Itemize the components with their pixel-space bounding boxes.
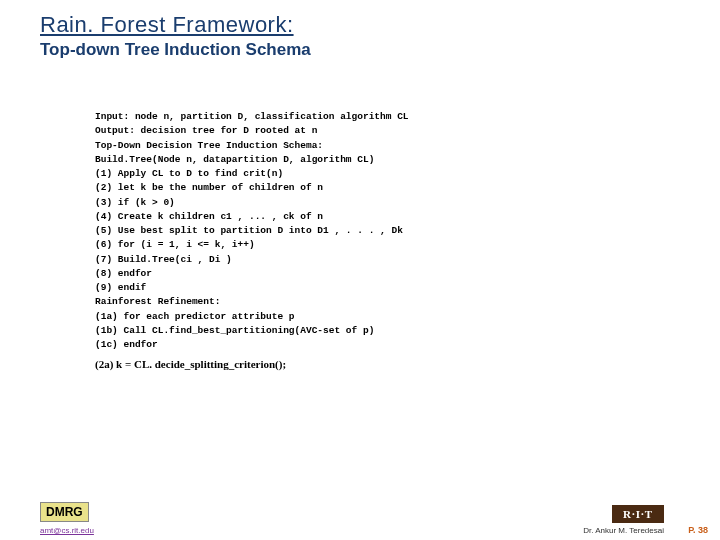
footer: DMRG amt@cs.rit.edu R·I·T Dr. Ankur M. T…	[0, 502, 720, 540]
code-footer-line: (2a) k = CL. decide_splitting_criterion(…	[95, 358, 720, 370]
code-line: (1c) endfor	[95, 338, 720, 352]
code-line: Build.Tree(Node n, datapartition D, algo…	[95, 153, 720, 167]
code-line: (1b) Call CL.find_best_partitioning(AVC-…	[95, 324, 720, 338]
dmrg-badge: DMRG	[40, 502, 89, 522]
page-subtitle: Top-down Tree Induction Schema	[40, 40, 720, 60]
code-line: (6) for (i = 1, i <= k, i++)	[95, 238, 720, 252]
page-number: P. 38	[688, 525, 708, 535]
rit-logo: R·I·T	[612, 505, 664, 523]
author-label: Dr. Ankur M. Teredesai	[583, 526, 664, 535]
code-line: Output: decision tree for D rooted at n	[95, 124, 720, 138]
code-line: (1) Apply CL to D to find crit(n)	[95, 167, 720, 181]
code-line: Input: node n, partition D, classificati…	[95, 110, 720, 124]
code-line: (7) Build.Tree(ci , Di )	[95, 253, 720, 267]
code-line: Top-Down Decision Tree Induction Schema:	[95, 139, 720, 153]
code-line: Rainforest Refinement:	[95, 295, 720, 309]
page-title: Rain. Forest Framework:	[40, 12, 720, 38]
code-block: Input: node n, partition D, classificati…	[95, 110, 720, 352]
code-line: (8) endfor	[95, 267, 720, 281]
email-link[interactable]: amt@cs.rit.edu	[40, 526, 94, 535]
code-line: (4) Create k children c1 , ... , ck of n	[95, 210, 720, 224]
code-line: (9) endif	[95, 281, 720, 295]
code-line: (2) let k be the number of children of n	[95, 181, 720, 195]
code-line: (3) if (k > 0)	[95, 196, 720, 210]
code-line: (5) Use best split to partition D into D…	[95, 224, 720, 238]
code-line: (1a) for each predictor attribute p	[95, 310, 720, 324]
